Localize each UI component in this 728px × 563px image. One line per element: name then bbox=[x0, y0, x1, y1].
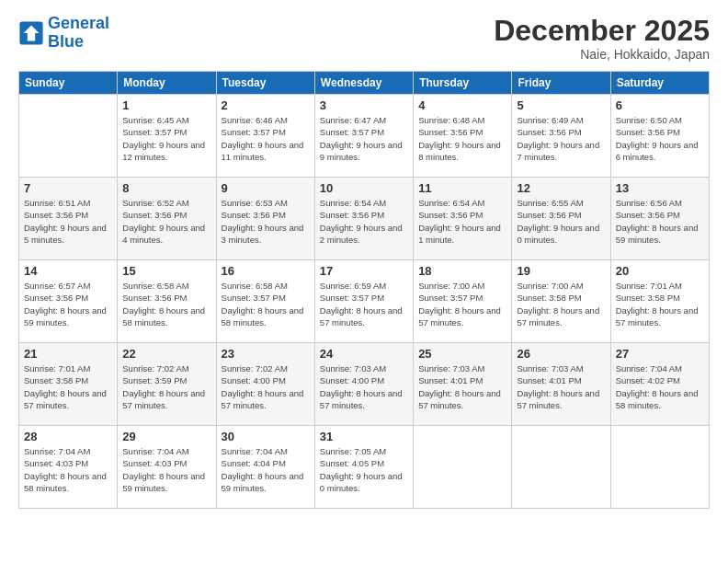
calendar-week-row: 14Sunrise: 6:57 AMSunset: 3:56 PMDayligh… bbox=[19, 260, 710, 343]
day-info: Sunrise: 7:03 AMSunset: 4:00 PMDaylight:… bbox=[320, 362, 408, 411]
calendar-cell: 6Sunrise: 6:50 AMSunset: 3:56 PMDaylight… bbox=[610, 95, 709, 178]
day-number: 30 bbox=[222, 430, 310, 443]
calendar-cell bbox=[19, 95, 118, 178]
day-info: Sunrise: 6:57 AMSunset: 3:56 PMDaylight:… bbox=[24, 280, 112, 328]
day-number: 23 bbox=[222, 347, 310, 361]
day-info: Sunrise: 6:49 AMSunset: 3:56 PMDaylight:… bbox=[517, 114, 605, 163]
header: General Blue December 2025 Naie, Hokkaid… bbox=[18, 15, 710, 62]
day-info: Sunrise: 7:00 AMSunset: 3:58 PMDaylight:… bbox=[517, 280, 605, 328]
col-monday: Monday bbox=[118, 72, 216, 95]
day-info: Sunrise: 6:54 AMSunset: 3:56 PMDaylight:… bbox=[418, 197, 506, 246]
calendar-cell: 27Sunrise: 7:04 AMSunset: 4:02 PMDayligh… bbox=[610, 343, 709, 426]
calendar-cell: 25Sunrise: 7:03 AMSunset: 4:01 PMDayligh… bbox=[414, 343, 512, 426]
day-info: Sunrise: 7:04 AMSunset: 4:04 PMDaylight:… bbox=[222, 445, 310, 494]
calendar-header-row: Sunday Monday Tuesday Wednesday Thursday… bbox=[19, 72, 710, 95]
day-number: 3 bbox=[320, 98, 408, 112]
col-thursday: Thursday bbox=[414, 72, 512, 95]
day-number: 2 bbox=[222, 98, 310, 112]
calendar-cell: 15Sunrise: 6:58 AMSunset: 3:56 PMDayligh… bbox=[118, 260, 216, 343]
day-number: 27 bbox=[616, 347, 704, 361]
day-number: 11 bbox=[418, 181, 506, 195]
calendar-cell: 16Sunrise: 6:58 AMSunset: 3:57 PMDayligh… bbox=[216, 260, 314, 343]
day-info: Sunrise: 7:01 AMSunset: 3:58 PMDaylight:… bbox=[24, 362, 112, 411]
col-tuesday: Tuesday bbox=[216, 72, 314, 95]
day-info: Sunrise: 7:01 AMSunset: 3:58 PMDaylight:… bbox=[616, 280, 704, 328]
day-info: Sunrise: 6:59 AMSunset: 3:57 PMDaylight:… bbox=[320, 280, 408, 328]
calendar-cell: 20Sunrise: 7:01 AMSunset: 3:58 PMDayligh… bbox=[610, 260, 709, 343]
day-info: Sunrise: 6:56 AMSunset: 3:56 PMDaylight:… bbox=[616, 197, 704, 246]
calendar-cell: 23Sunrise: 7:02 AMSunset: 4:00 PMDayligh… bbox=[216, 343, 314, 426]
day-info: Sunrise: 6:48 AMSunset: 3:56 PMDaylight:… bbox=[418, 114, 506, 163]
calendar-cell: 24Sunrise: 7:03 AMSunset: 4:00 PMDayligh… bbox=[314, 343, 413, 426]
calendar-cell: 18Sunrise: 7:00 AMSunset: 3:57 PMDayligh… bbox=[414, 260, 512, 343]
day-info: Sunrise: 6:54 AMSunset: 3:56 PMDaylight:… bbox=[320, 197, 408, 246]
day-info: Sunrise: 7:02 AMSunset: 3:59 PMDaylight:… bbox=[122, 362, 210, 411]
day-number: 12 bbox=[517, 181, 605, 195]
calendar-cell: 10Sunrise: 6:54 AMSunset: 3:56 PMDayligh… bbox=[314, 178, 413, 260]
calendar-cell: 7Sunrise: 6:51 AMSunset: 3:56 PMDaylight… bbox=[19, 178, 118, 260]
calendar-cell: 9Sunrise: 6:53 AMSunset: 3:56 PMDaylight… bbox=[216, 178, 314, 260]
logo-icon bbox=[18, 20, 44, 46]
day-info: Sunrise: 6:58 AMSunset: 3:57 PMDaylight:… bbox=[222, 280, 310, 328]
calendar-cell: 5Sunrise: 6:49 AMSunset: 3:56 PMDaylight… bbox=[512, 95, 610, 178]
calendar-cell bbox=[512, 426, 610, 509]
day-info: Sunrise: 7:04 AMSunset: 4:03 PMDaylight:… bbox=[122, 445, 210, 494]
logo-general: General bbox=[48, 14, 109, 32]
calendar-cell: 1Sunrise: 6:45 AMSunset: 3:57 PMDaylight… bbox=[118, 95, 216, 178]
day-number: 15 bbox=[122, 264, 210, 278]
col-saturday: Saturday bbox=[610, 72, 709, 95]
day-number: 24 bbox=[320, 347, 408, 361]
calendar-cell: 29Sunrise: 7:04 AMSunset: 4:03 PMDayligh… bbox=[118, 426, 216, 509]
day-number: 16 bbox=[222, 264, 310, 278]
day-number: 18 bbox=[418, 264, 506, 278]
calendar-cell: 14Sunrise: 6:57 AMSunset: 3:56 PMDayligh… bbox=[19, 260, 118, 343]
calendar-cell: 17Sunrise: 6:59 AMSunset: 3:57 PMDayligh… bbox=[314, 260, 413, 343]
calendar-cell: 11Sunrise: 6:54 AMSunset: 3:56 PMDayligh… bbox=[414, 178, 512, 260]
day-number: 4 bbox=[418, 98, 506, 112]
day-number: 5 bbox=[517, 98, 605, 112]
day-number: 13 bbox=[616, 181, 704, 195]
day-number: 22 bbox=[122, 347, 210, 361]
calendar-cell: 28Sunrise: 7:04 AMSunset: 4:03 PMDayligh… bbox=[19, 426, 118, 509]
calendar-cell bbox=[610, 426, 709, 509]
location-subtitle: Naie, Hokkaido, Japan bbox=[494, 47, 710, 62]
day-number: 6 bbox=[616, 98, 704, 112]
day-number: 14 bbox=[24, 264, 112, 278]
calendar-week-row: 1Sunrise: 6:45 AMSunset: 3:57 PMDaylight… bbox=[19, 95, 710, 178]
day-number: 19 bbox=[517, 264, 605, 278]
day-info: Sunrise: 6:52 AMSunset: 3:56 PMDaylight:… bbox=[122, 197, 210, 246]
day-number: 17 bbox=[320, 264, 408, 278]
day-info: Sunrise: 6:50 AMSunset: 3:56 PMDaylight:… bbox=[616, 114, 704, 163]
day-info: Sunrise: 6:45 AMSunset: 3:57 PMDaylight:… bbox=[122, 114, 210, 163]
day-number: 10 bbox=[320, 181, 408, 195]
col-friday: Friday bbox=[512, 72, 610, 95]
logo-blue: Blue bbox=[48, 32, 84, 51]
calendar-week-row: 28Sunrise: 7:04 AMSunset: 4:03 PMDayligh… bbox=[19, 426, 710, 509]
calendar-cell: 12Sunrise: 6:55 AMSunset: 3:56 PMDayligh… bbox=[512, 178, 610, 260]
day-number: 8 bbox=[122, 181, 210, 195]
day-info: Sunrise: 7:03 AMSunset: 4:01 PMDaylight:… bbox=[517, 362, 605, 411]
calendar-cell: 26Sunrise: 7:03 AMSunset: 4:01 PMDayligh… bbox=[512, 343, 610, 426]
calendar-cell bbox=[414, 426, 512, 509]
page-container: General Blue December 2025 Naie, Hokkaid… bbox=[0, 0, 728, 520]
calendar-cell: 8Sunrise: 6:52 AMSunset: 3:56 PMDaylight… bbox=[118, 178, 216, 260]
day-number: 31 bbox=[320, 430, 408, 443]
title-block: December 2025 Naie, Hokkaido, Japan bbox=[494, 15, 710, 62]
day-info: Sunrise: 7:05 AMSunset: 4:05 PMDaylight:… bbox=[320, 445, 408, 494]
day-info: Sunrise: 6:53 AMSunset: 3:56 PMDaylight:… bbox=[222, 197, 310, 246]
col-sunday: Sunday bbox=[19, 72, 118, 95]
logo: General Blue bbox=[18, 15, 109, 52]
day-info: Sunrise: 7:04 AMSunset: 4:03 PMDaylight:… bbox=[24, 445, 112, 494]
calendar-cell: 21Sunrise: 7:01 AMSunset: 3:58 PMDayligh… bbox=[19, 343, 118, 426]
day-info: Sunrise: 6:46 AMSunset: 3:57 PMDaylight:… bbox=[222, 114, 310, 163]
day-number: 1 bbox=[122, 98, 210, 112]
day-number: 28 bbox=[24, 430, 112, 443]
day-info: Sunrise: 6:47 AMSunset: 3:57 PMDaylight:… bbox=[320, 114, 408, 163]
calendar-cell: 22Sunrise: 7:02 AMSunset: 3:59 PMDayligh… bbox=[118, 343, 216, 426]
calendar-week-row: 7Sunrise: 6:51 AMSunset: 3:56 PMDaylight… bbox=[19, 178, 710, 260]
calendar-cell: 31Sunrise: 7:05 AMSunset: 4:05 PMDayligh… bbox=[314, 426, 413, 509]
day-info: Sunrise: 7:00 AMSunset: 3:57 PMDaylight:… bbox=[418, 280, 506, 328]
day-info: Sunrise: 7:03 AMSunset: 4:01 PMDaylight:… bbox=[418, 362, 506, 411]
calendar-week-row: 21Sunrise: 7:01 AMSunset: 3:58 PMDayligh… bbox=[19, 343, 710, 426]
day-number: 9 bbox=[222, 181, 310, 195]
